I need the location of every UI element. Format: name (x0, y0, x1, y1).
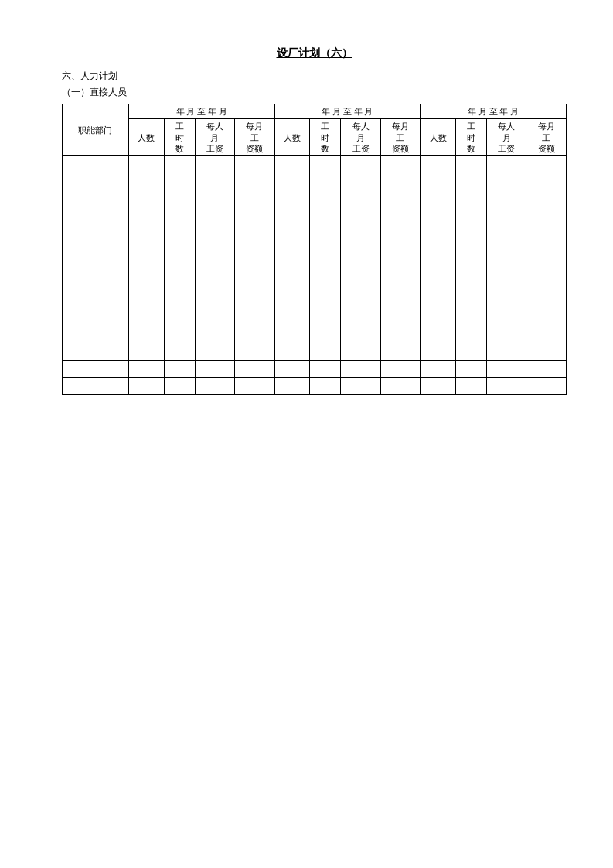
page-title: 设厂计划（六） (62, 46, 567, 60)
table-row (63, 207, 567, 224)
table-row (63, 361, 567, 378)
page: 设厂计划（六） 六、人力计划 （一）直接人员 职能部门 年 月 至 年 月 年 … (0, 0, 613, 868)
num2-header: 人数 (274, 119, 310, 156)
sub-title: （一）直接人员 (62, 86, 567, 99)
period-1: 年 月 至 年 月 (128, 104, 274, 119)
mw2-header: 每月 工 资额 (380, 119, 420, 156)
period-2: 年 月 至 年 月 (274, 104, 421, 119)
section-title: 六、人力计划 (62, 70, 567, 83)
wt2-header: 工 时 数 (310, 119, 341, 156)
table-row (63, 326, 567, 343)
dept-header: 职能部门 (63, 104, 129, 156)
period-row: 职能部门 年 月 至 年 月 年 月 至 年 月 年 月 至 年 月 (63, 104, 567, 119)
table-row (63, 224, 567, 241)
wt3-header: 工 时 数 (455, 119, 486, 156)
num1-header: 人数 (128, 119, 164, 156)
ms3-header: 每人 月 工资 (487, 119, 526, 156)
table-row (63, 258, 567, 275)
table-row (63, 378, 567, 395)
table-row (63, 173, 567, 190)
table-row (63, 309, 567, 326)
ms2-header: 每人 月 工资 (341, 119, 380, 156)
sub-header-row: 人数 工 时 数 每人 月 工资 每月 工 资额 人数 工 (63, 119, 567, 156)
table-row (63, 241, 567, 258)
table-row (63, 275, 567, 292)
mw1-header: 每月 工 资额 (235, 119, 274, 156)
table-row (63, 190, 567, 207)
period-3: 年 月 至 年 月 (421, 104, 567, 119)
main-table: 职能部门 年 月 至 年 月 年 月 至 年 月 年 月 至 年 月 人数 工 … (62, 104, 567, 395)
ms1-header: 每人 月 工资 (195, 119, 234, 156)
table-row (63, 156, 567, 173)
wt1-header: 工 时 数 (164, 119, 195, 156)
table-row (63, 292, 567, 309)
num3-header: 人数 (421, 119, 456, 156)
table-row (63, 343, 567, 361)
mw3-header: 每月 工 资额 (526, 119, 567, 156)
